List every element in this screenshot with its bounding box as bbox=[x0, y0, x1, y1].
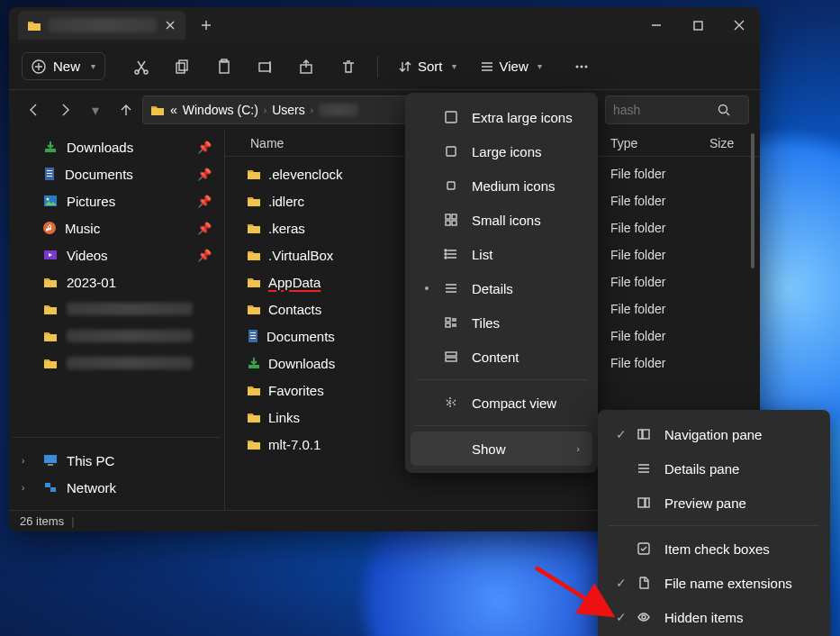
sidebar-item[interactable] bbox=[14, 295, 219, 323]
menu-item-label: Content bbox=[472, 350, 519, 365]
sidebar-item[interactable]: Downloads📌 bbox=[14, 133, 219, 160]
new-tab-button[interactable] bbox=[193, 12, 220, 39]
svg-point-3 bbox=[144, 70, 148, 74]
menu-item-details-pane[interactable]: Details pane bbox=[603, 451, 825, 486]
paste-icon[interactable] bbox=[206, 50, 242, 83]
recent-button[interactable]: ▾ bbox=[81, 95, 110, 124]
svg-point-51 bbox=[642, 615, 646, 619]
sidebar-item[interactable]: Videos📌 bbox=[14, 241, 219, 268]
more-icon[interactable] bbox=[564, 50, 600, 83]
back-button[interactable] bbox=[20, 95, 49, 124]
menu-item-label: List bbox=[472, 247, 492, 262]
menu-icon bbox=[443, 281, 459, 295]
titlebar bbox=[9, 7, 760, 43]
sidebar: Downloads📌Documents📌Pictures📌Music📌Video… bbox=[9, 130, 225, 510]
bullet-icon: • bbox=[423, 281, 430, 295]
copy-icon[interactable] bbox=[165, 50, 201, 83]
menu-icon bbox=[443, 315, 459, 330]
tab-close-icon[interactable] bbox=[164, 19, 176, 32]
menu-item-label: Details pane bbox=[664, 461, 739, 477]
svg-rect-48 bbox=[638, 498, 645, 507]
svg-point-39 bbox=[445, 250, 447, 251]
forward-button[interactable] bbox=[50, 95, 79, 124]
sidebar-item[interactable]: Documents📌 bbox=[14, 160, 219, 187]
chevron-right-icon: › bbox=[22, 483, 34, 493]
menu-item-file-name-extensions[interactable]: ✓File name extensions bbox=[603, 566, 825, 600]
view-button[interactable]: View ▾ bbox=[471, 53, 551, 79]
status-count: 26 items bbox=[20, 514, 64, 528]
menu-item-label: Hidden items bbox=[664, 610, 744, 625]
menu-item-medium-icons[interactable]: Medium icons bbox=[411, 168, 592, 203]
maximize-button[interactable] bbox=[677, 7, 718, 43]
menu-item-item-check-boxes[interactable]: Item check boxes bbox=[603, 532, 825, 566]
menu-item-show[interactable]: Show› bbox=[411, 432, 592, 466]
search-input[interactable] bbox=[613, 103, 712, 117]
menu-item-content[interactable]: Content bbox=[411, 340, 592, 374]
new-button[interactable]: New ▾ bbox=[22, 52, 105, 80]
file-name: Contacts bbox=[268, 302, 321, 317]
pin-icon: 📌 bbox=[197, 195, 212, 208]
menu-item-large-icons[interactable]: Large icons bbox=[411, 134, 592, 168]
svg-rect-23 bbox=[44, 455, 57, 463]
svg-rect-45 bbox=[446, 358, 456, 361]
breadcrumb[interactable]: « Windows (C:) › Users › bbox=[142, 95, 412, 124]
file-name: .VirtualBox bbox=[268, 248, 333, 263]
file-name: Documents bbox=[266, 329, 335, 344]
menu-item-tiles[interactable]: Tiles bbox=[411, 305, 592, 340]
tab-current[interactable] bbox=[18, 11, 185, 40]
svg-rect-24 bbox=[48, 464, 53, 466]
menu-item-preview-pane[interactable]: Preview pane bbox=[603, 486, 825, 520]
breadcrumb-user[interactable] bbox=[319, 104, 358, 116]
file-name: Links bbox=[268, 410, 300, 425]
rename-icon[interactable] bbox=[248, 50, 284, 83]
menu-item-navigation-pane[interactable]: ✓Navigation pane bbox=[603, 417, 825, 451]
minimize-button[interactable] bbox=[636, 7, 677, 43]
menu-item-label: Preview pane bbox=[664, 495, 746, 511]
menu-icon bbox=[443, 213, 459, 227]
column-type[interactable]: Type bbox=[610, 136, 709, 150]
window-controls bbox=[636, 7, 760, 43]
toolbar: New ▾ Sort ▾ View ▾ bbox=[9, 43, 760, 90]
breadcrumb-ellipsis[interactable]: « bbox=[170, 103, 177, 117]
pin-icon: 📌 bbox=[197, 168, 212, 181]
view-menu: Extra large iconsLarge iconsMedium icons… bbox=[405, 93, 598, 473]
delete-icon[interactable] bbox=[330, 50, 366, 83]
menu-item-compact-view[interactable]: Compact view bbox=[411, 386, 592, 420]
menu-item-label: Show bbox=[472, 441, 506, 457]
menu-item-small-icons[interactable]: Small icons bbox=[411, 203, 592, 237]
search-box[interactable] bbox=[605, 95, 749, 124]
menu-item-hidden-items[interactable]: ✓Hidden items bbox=[603, 600, 825, 634]
pin-icon: 📌 bbox=[197, 141, 212, 154]
file-name: .elevenclock bbox=[268, 167, 343, 182]
svg-point-11 bbox=[580, 65, 583, 68]
menu-item-list[interactable]: List bbox=[411, 237, 592, 271]
sidebar-item[interactable]: 2023-01 bbox=[14, 268, 219, 295]
cut-icon[interactable] bbox=[123, 50, 159, 83]
svg-point-41 bbox=[445, 257, 447, 259]
sidebar-this-pc[interactable]: › This PC bbox=[14, 447, 219, 474]
breadcrumb-drive[interactable]: Windows (C:) bbox=[183, 103, 258, 117]
monitor-icon bbox=[43, 454, 58, 467]
menu-item-label: Navigation pane bbox=[664, 427, 762, 442]
breadcrumb-users[interactable]: Users bbox=[272, 103, 305, 117]
sidebar-item[interactable]: Music📌 bbox=[14, 214, 219, 241]
up-button[interactable] bbox=[112, 95, 140, 124]
sidebar-item[interactable] bbox=[14, 350, 219, 377]
menu-item-label: Medium icons bbox=[472, 178, 555, 194]
sort-button[interactable]: Sort ▾ bbox=[389, 53, 465, 79]
menu-icon bbox=[636, 610, 652, 624]
svg-rect-38 bbox=[452, 221, 456, 225]
svg-rect-50 bbox=[638, 543, 649, 554]
file-name: mlt-7.0.1 bbox=[268, 437, 321, 452]
menu-item-extra-large-icons[interactable]: Extra large icons bbox=[411, 100, 592, 134]
check-icon: ✓ bbox=[616, 576, 623, 590]
sidebar-item[interactable] bbox=[14, 323, 219, 350]
close-button[interactable] bbox=[718, 7, 760, 43]
sidebar-item[interactable]: Pictures📌 bbox=[14, 187, 219, 214]
menu-item-details[interactable]: •Details bbox=[411, 271, 592, 305]
sidebar-network[interactable]: › Network bbox=[14, 474, 219, 501]
svg-rect-31 bbox=[248, 365, 259, 368]
svg-rect-4 bbox=[179, 60, 187, 70]
share-icon[interactable] bbox=[289, 50, 325, 83]
scrollbar[interactable] bbox=[751, 133, 754, 268]
